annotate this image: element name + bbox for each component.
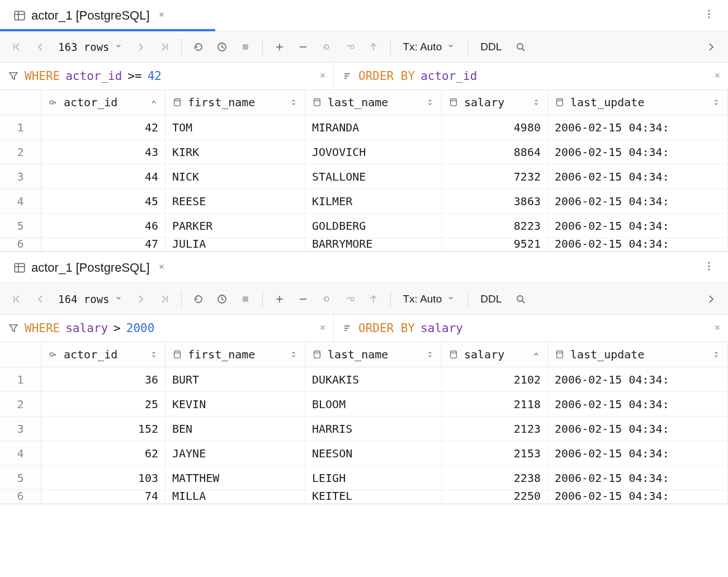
submit-button[interactable] — [363, 289, 384, 309]
cell-last_update[interactable]: 2006-02-15 04:34: — [548, 490, 728, 503]
cell-salary[interactable]: 2102 — [442, 367, 548, 391]
sort-handle[interactable] — [712, 98, 721, 107]
column-header-first_name[interactable]: first_name — [166, 342, 305, 367]
next-page-button[interactable] — [131, 37, 151, 57]
cell-first_name[interactable]: KEVIN — [166, 392, 305, 416]
cell-first_name[interactable]: MILLA — [166, 490, 305, 503]
last-page-button[interactable] — [154, 289, 174, 309]
column-header-first_name[interactable]: first_name — [166, 90, 305, 115]
auto-refresh-button[interactable] — [212, 289, 232, 309]
clear-filter-icon[interactable] — [319, 71, 327, 82]
cell-actor_id[interactable]: 62 — [41, 441, 166, 465]
cell-last_name[interactable]: LEIGH — [305, 466, 442, 490]
add-row-button[interactable] — [270, 289, 290, 309]
prev-page-button[interactable] — [30, 289, 50, 309]
cell-actor_id[interactable]: 45 — [41, 189, 166, 213]
table-row[interactable]: 1 36 BURT DUKAKIS 2102 2006-02-15 04:34: — [0, 367, 728, 392]
column-header-salary[interactable]: salary — [442, 342, 548, 367]
cell-last_update[interactable]: 2006-02-15 04:34: — [548, 238, 728, 251]
column-header-last_name[interactable]: last_name — [305, 342, 442, 367]
search-button[interactable] — [510, 289, 531, 309]
cell-salary[interactable]: 8223 — [442, 214, 548, 238]
reload-button[interactable] — [188, 289, 209, 309]
ddl-button[interactable]: DDL — [475, 41, 507, 53]
cell-first_name[interactable]: JULIA — [166, 238, 305, 251]
cell-first_name[interactable]: NICK — [166, 164, 305, 188]
table-row[interactable]: 6 74 MILLA KEITEL 2250 2006-02-15 04:34: — [0, 490, 728, 504]
cell-salary[interactable]: 9521 — [442, 238, 548, 251]
cell-actor_id[interactable]: 74 — [41, 490, 166, 503]
cell-salary[interactable]: 2153 — [442, 441, 548, 465]
ddl-button[interactable]: DDL — [475, 293, 507, 305]
filter-field[interactable]: WHERE actor_id >= 42 — [0, 63, 334, 89]
cell-actor_id[interactable]: 47 — [41, 238, 166, 251]
sort-indicator-asc[interactable] — [532, 350, 541, 359]
cell-last_name[interactable]: JOVOVICH — [305, 140, 442, 164]
cell-actor_id[interactable]: 36 — [41, 367, 166, 391]
cell-first_name[interactable]: PARKER — [166, 214, 305, 238]
cell-last_name[interactable]: KILMER — [305, 189, 442, 213]
submit-button[interactable] — [363, 37, 384, 57]
cell-salary[interactable]: 8864 — [442, 140, 548, 164]
clear-orderby-icon[interactable] — [713, 71, 721, 82]
cell-last_name[interactable]: MIRANDA — [305, 115, 442, 139]
table-row[interactable]: 2 43 KIRK JOVOVICH 8864 2006-02-15 04:34… — [0, 140, 728, 164]
cell-last_name[interactable]: BLOOM — [305, 392, 442, 416]
cell-last_update[interactable]: 2006-02-15 04:34: — [548, 164, 728, 188]
cell-last_name[interactable]: GOLDBERG — [305, 214, 442, 238]
more-toolbar-button[interactable] — [701, 289, 721, 309]
column-header-last_update[interactable]: last_update — [548, 90, 728, 115]
cell-actor_id[interactable]: 25 — [41, 392, 166, 416]
table-row[interactable]: 2 25 KEVIN BLOOM 2118 2006-02-15 04:34: — [0, 392, 728, 417]
cell-last_name[interactable]: BARRYMORE — [305, 238, 442, 251]
cell-last_update[interactable]: 2006-02-15 04:34: — [548, 140, 728, 164]
tab-options-icon[interactable] — [696, 256, 722, 279]
cell-last_name[interactable]: STALLONE — [305, 164, 442, 188]
column-header-salary[interactable]: salary — [442, 90, 548, 115]
cell-actor_id[interactable]: 152 — [41, 417, 166, 441]
cell-salary[interactable]: 2123 — [442, 417, 548, 441]
cell-first_name[interactable]: BEN — [166, 417, 305, 441]
orderby-field[interactable]: ORDER BY actor_id — [334, 63, 728, 89]
row-count-dropdown[interactable]: 164 rows — [54, 293, 127, 305]
more-toolbar-button[interactable] — [701, 37, 721, 57]
cell-last_name[interactable]: DUKAKIS — [305, 367, 442, 391]
last-page-button[interactable] — [154, 37, 174, 57]
sort-handle[interactable] — [426, 98, 434, 107]
cell-last_name[interactable]: KEITEL — [305, 490, 442, 503]
sort-handle[interactable] — [532, 98, 541, 107]
cell-last_name[interactable]: NEESON — [305, 441, 442, 465]
reload-button[interactable] — [188, 37, 209, 57]
orderby-field[interactable]: ORDER BY salary — [334, 315, 728, 342]
cell-first_name[interactable]: JAYNE — [166, 441, 305, 465]
cell-actor_id[interactable]: 42 — [41, 115, 166, 139]
next-page-button[interactable] — [131, 289, 151, 309]
auto-refresh-button[interactable] — [212, 37, 232, 57]
column-header-actor_id[interactable]: actor_id — [41, 342, 166, 367]
tx-mode-dropdown[interactable]: Tx: Auto — [398, 293, 461, 305]
tab-actor_1[interactable]: actor_1 [PostgreSQL] — [6, 252, 176, 283]
cell-salary[interactable]: 2250 — [442, 490, 548, 503]
cell-last_update[interactable]: 2006-02-15 04:34: — [548, 189, 728, 213]
cell-last_update[interactable]: 2006-02-15 04:34: — [548, 214, 728, 238]
preview-changes-button[interactable] — [340, 37, 360, 57]
search-button[interactable] — [510, 37, 531, 57]
filter-field[interactable]: WHERE salary > 2000 — [0, 315, 334, 342]
cell-actor_id[interactable]: 103 — [41, 466, 166, 490]
column-header-last_update[interactable]: last_update — [548, 342, 728, 367]
cell-last_update[interactable]: 2006-02-15 04:34: — [548, 441, 728, 465]
cancel-query-button[interactable] — [235, 37, 256, 57]
sort-handle[interactable] — [289, 350, 298, 359]
cell-first_name[interactable]: MATTHEW — [166, 466, 305, 490]
revert-button[interactable] — [316, 37, 337, 57]
cancel-query-button[interactable] — [235, 289, 256, 309]
delete-row-button[interactable] — [293, 289, 313, 309]
table-row[interactable]: 4 62 JAYNE NEESON 2153 2006-02-15 04:34: — [0, 441, 728, 466]
cell-last_update[interactable]: 2006-02-15 04:34: — [548, 466, 728, 490]
column-header-actor_id[interactable]: actor_id — [41, 90, 166, 115]
sort-handle[interactable] — [289, 98, 298, 107]
cell-last_name[interactable]: HARRIS — [305, 417, 442, 441]
cell-last_update[interactable]: 2006-02-15 04:34: — [548, 367, 728, 391]
delete-row-button[interactable] — [293, 37, 313, 57]
clear-orderby-icon[interactable] — [713, 323, 721, 334]
